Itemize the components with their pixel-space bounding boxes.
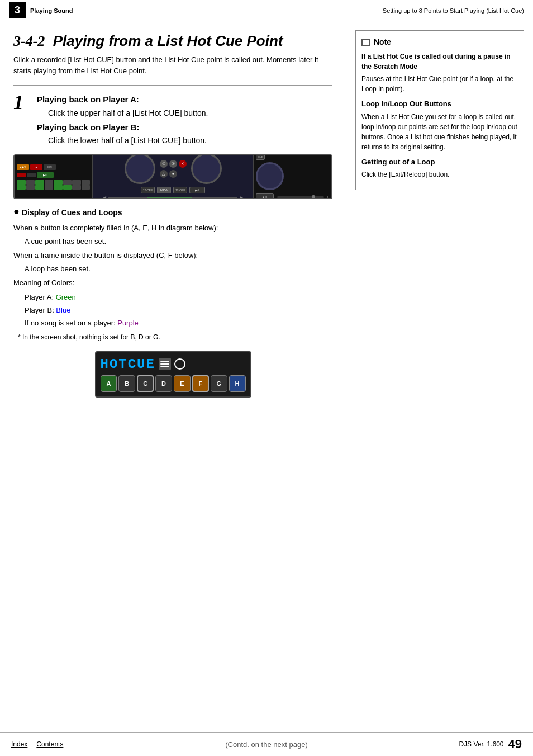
- footer-index-link[interactable]: Index: [11, 740, 27, 748]
- hc-btn-b[interactable]: B: [118, 375, 135, 392]
- footer-right: DJS Ver. 1.600 49: [459, 737, 522, 752]
- hotcue-buttons: A B C D E F G H: [101, 375, 246, 392]
- page-intro: Click a recorded [List Hot CUE] button a…: [13, 54, 332, 76]
- section-number: 3-4-2: [13, 33, 45, 49]
- step-block: 1 Playing back on Player A: Click the up…: [13, 92, 332, 148]
- hotcue-title-row: HOTCUE: [101, 357, 246, 372]
- main-content: 3-4-2 Playing from a List Hot Cue Point …: [0, 21, 533, 418]
- hc-btn-h[interactable]: H: [229, 375, 246, 392]
- step-text-b: Click the lower half of a [List Hot CUE]…: [48, 136, 207, 145]
- header-right: Setting up to 8 Points to Start Playing …: [383, 7, 524, 14]
- footer-contd: (Contd. on the next page): [225, 740, 307, 749]
- step-label-b: Playing back on Player B:: [37, 122, 139, 132]
- para2: When a frame inside the button is displa…: [13, 250, 332, 261]
- hc-btn-a[interactable]: A: [101, 375, 117, 392]
- chapter-badge: 3: [9, 2, 26, 18]
- bullet-dot: ●: [13, 206, 20, 216]
- page-title-text: Playing from a List Hot Cue Point: [53, 32, 283, 49]
- hc-btn-d[interactable]: D: [155, 375, 172, 392]
- hotcue-text: HOTCUE: [101, 357, 155, 372]
- step-text-a: Click the upper half of a [List Hot CUE]…: [48, 108, 208, 117]
- header-section-title: Playing Sound: [30, 7, 73, 14]
- footer: Index Contents (Contd. on the next page)…: [0, 732, 533, 756]
- footer-version: DJS Ver. 1.600: [459, 740, 503, 748]
- step-label-a: Playing back on Player A:: [37, 94, 139, 104]
- hc-btn-g[interactable]: G: [211, 375, 227, 392]
- footer-nav: Index Contents: [11, 740, 63, 748]
- step-content: Playing back on Player A: Click the uppe…: [37, 92, 208, 148]
- loop-in-out-heading: Loop In/Loop Out Buttons: [361, 98, 518, 110]
- para1: When a button is completely filled in (A…: [13, 223, 332, 234]
- hotcue-menu-icon: [159, 358, 171, 370]
- meaning-a-color: Green: [56, 293, 76, 301]
- getting-out-text: Click the [Exit/Reloop] button.: [361, 169, 518, 179]
- step-number: 1: [13, 92, 30, 148]
- note-text: Pauses at the List Hot Cue point (or if …: [361, 74, 518, 94]
- meaning-b: Player B: Blue: [25, 304, 332, 316]
- para2-sub: A loop has been set.: [25, 263, 332, 275]
- hotcue-container: HOTCUE A B C D E F G H: [13, 351, 332, 398]
- note-icon: [361, 39, 370, 46]
- hotcue-circle-icon: [174, 358, 185, 370]
- note-title: Note: [374, 36, 391, 48]
- left-column: 3-4-2 Playing from a List Hot Cue Point …: [0, 21, 346, 418]
- loop-in-out-text: When a List Hot Cue you set for a loop i…: [361, 112, 518, 152]
- note-box: Note If a List Hot Cue is called out dur…: [355, 30, 524, 190]
- meaning-block: Player A: Green Player B: Blue If no son…: [25, 291, 332, 330]
- footnote: * In the screen shot, nothing is set for…: [18, 332, 332, 342]
- meaning-b-color: Blue: [56, 306, 70, 314]
- hotcue-display: HOTCUE A B C D E F G H: [95, 351, 251, 398]
- bullet-section: ● Display of Cues and Loops: [13, 208, 332, 217]
- note-header: Note: [361, 36, 518, 48]
- bullet-title: Display of Cues and Loops: [22, 208, 122, 217]
- page-number: 49: [508, 737, 522, 752]
- hc-btn-c[interactable]: C: [137, 375, 154, 392]
- header: 3 Playing Sound Setting up to 8 Points t…: [0, 0, 533, 21]
- page-title: 3-4-2 Playing from a List Hot Cue Point: [13, 32, 332, 50]
- note-subtitle: If a List Hot Cue is called out during a…: [361, 51, 518, 72]
- divider: [13, 85, 332, 86]
- footer-contents-link[interactable]: Contents: [36, 740, 63, 748]
- device-image: ■ ▶/II ■ CUE ▶/II: [13, 154, 332, 199]
- para1-sub: A cue point has been set.: [25, 236, 332, 247]
- bullet-line: ● Display of Cues and Loops: [13, 208, 332, 217]
- hc-btn-f[interactable]: F: [192, 375, 209, 392]
- right-column: Note If a List Hot Cue is called out dur…: [346, 21, 533, 418]
- meaning-title: Meaning of Colors:: [13, 277, 332, 289]
- meaning-a: Player A: Green: [25, 291, 332, 304]
- header-left: 3 Playing Sound: [9, 2, 73, 18]
- meaning-none: If no song is set on a player: Purple: [25, 316, 332, 329]
- getting-out-heading: Getting out of a Loop: [361, 157, 518, 168]
- hc-btn-e[interactable]: E: [174, 375, 191, 392]
- meaning-none-color: Purple: [117, 319, 139, 327]
